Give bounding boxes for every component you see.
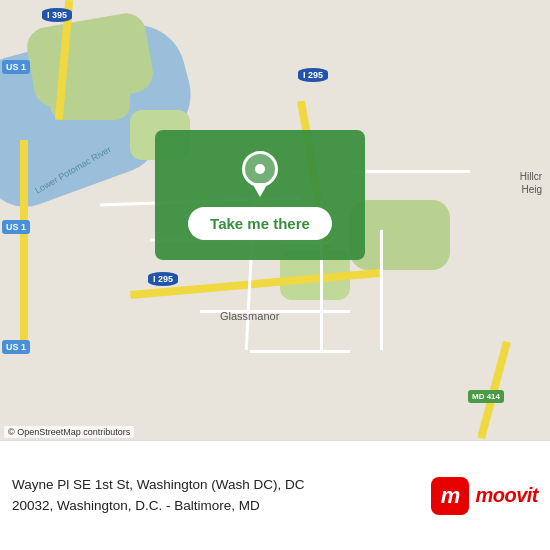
address-line2: 20032, Washington, D.C. - Baltimore, MD — [12, 498, 260, 513]
osm-attribution: © OpenStreetMap contributors — [4, 426, 134, 438]
badge-us1-bot: US 1 — [2, 340, 30, 354]
label-hillcrest-heights: Hillcr Heig — [520, 170, 542, 196]
badge-i395: I 395 — [42, 8, 72, 22]
badge-us1-top: US 1 — [2, 60, 30, 74]
address-text: Wayne Pl SE 1st St, Washington (Wash DC)… — [12, 475, 421, 516]
address-line1: Wayne Pl SE 1st St, Washington (Wash DC)… — [12, 477, 305, 492]
badge-i295-top: I 295 — [298, 68, 328, 82]
badge-i295-bot: I 295 — [148, 272, 178, 286]
road-grid-6 — [380, 230, 383, 350]
moovit-logo: m moovit — [431, 477, 538, 515]
take-me-there-button[interactable]: Take me there — [188, 207, 332, 240]
park-area-4 — [350, 200, 450, 270]
pin-tip — [252, 183, 268, 197]
map-container: I 395 US 1 US 1 US 1 I 295 I 295 MD 414 … — [0, 0, 550, 440]
road-grid-7 — [350, 170, 470, 173]
badge-md414: MD 414 — [468, 390, 504, 403]
location-pin-icon — [242, 151, 278, 193]
address-info: Wayne Pl SE 1st St, Washington (Wash DC)… — [12, 475, 421, 516]
bottom-bar: Wayne Pl SE 1st St, Washington (Wash DC)… — [0, 440, 550, 550]
moovit-icon: m — [431, 477, 469, 515]
road-grid-8 — [250, 350, 350, 353]
moovit-text: moovit — [475, 484, 538, 507]
label-glassmanor: Glassmanor — [220, 310, 279, 322]
road-us1 — [20, 140, 28, 340]
cta-panel: Take me there — [155, 130, 365, 260]
badge-us1-mid: US 1 — [2, 220, 30, 234]
pin-circle — [242, 151, 278, 187]
